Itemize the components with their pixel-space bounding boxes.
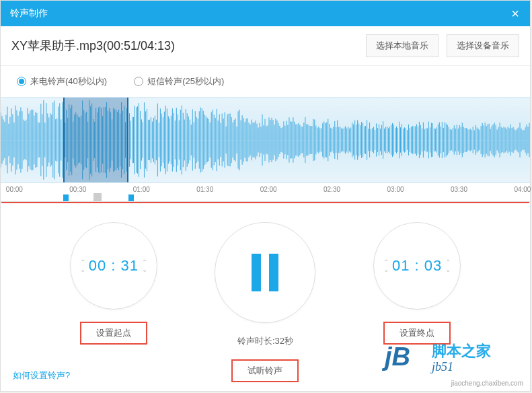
ringtone-maker-dialog: 铃声制作 × XY苹果助手.mp3(00:51/04:13) 选择本地音乐 选择… — [0, 0, 531, 392]
playhead-handle[interactable] — [93, 193, 102, 201]
timeline-tick: 00:00 — [6, 186, 23, 193]
end-time-circle[interactable]: ⌃⌄ 01 : 03 ⌃⌄ — [373, 222, 461, 310]
start-time-value: 00 : 31 — [89, 257, 139, 275]
chevron-updown-icon: ⌃⌄ — [80, 258, 85, 273]
file-info-row: XY苹果助手.mp3(00:51/04:13) 选择本地音乐 选择设备音乐 — [1, 26, 530, 66]
timeline-tick: 03:30 — [451, 186, 467, 193]
end-time-value: 01 : 03 — [392, 257, 442, 275]
radio-unselected-icon — [134, 77, 143, 86]
help-link[interactable]: 如何设置铃声? — [13, 369, 70, 382]
chevron-updown-icon: ⌃⌄ — [142, 258, 147, 273]
waveform-area[interactable] — [1, 97, 530, 183]
radio-selected-icon — [17, 77, 26, 86]
file-name-label: XY苹果助手.mp3(00:51/04:13) — [11, 38, 175, 54]
waveform-selection[interactable] — [63, 98, 129, 182]
set-end-button[interactable]: 设置终点 — [383, 322, 451, 345]
timeline-tick: 00:30 — [69, 186, 86, 193]
set-start-button[interactable]: 设置起点 — [80, 322, 147, 345]
chevron-updown-icon: ⌃⌄ — [383, 258, 389, 273]
preview-ringtone-button[interactable]: 试听铃声 — [231, 359, 299, 382]
chevron-updown-icon: ⌃⌄ — [445, 258, 451, 273]
close-icon[interactable]: × — [508, 6, 522, 22]
timeline-tick: 04:00 — [514, 186, 531, 193]
call-ringtone-radio[interactable]: 来电铃声(40秒以内) — [17, 75, 107, 87]
timeline-tick: 02:00 — [260, 186, 277, 193]
start-time-column: ⌃⌄ 00 : 31 ⌃⌄ 设置起点 — [70, 222, 157, 345]
end-time-column: ⌃⌄ 01 : 03 ⌃⌄ 设置终点 — [373, 222, 461, 345]
title-bar: 铃声制作 × — [1, 1, 530, 26]
timeline-tick: 01:00 — [133, 186, 150, 193]
select-local-music-button[interactable]: 选择本地音乐 — [366, 34, 439, 57]
end-marker[interactable] — [128, 194, 134, 201]
duration-label: 铃声时长:32秒 — [237, 335, 293, 347]
sms-ringtone-label: 短信铃声(25秒以内) — [147, 75, 224, 87]
select-device-music-button[interactable]: 选择设备音乐 — [447, 34, 519, 57]
timeline-tick: 03:00 — [387, 186, 404, 193]
pause-icon — [252, 254, 278, 291]
timeline-ruler[interactable]: 00:0000:3001:0001:3002:0002:3003:0003:30… — [1, 183, 530, 202]
call-ringtone-label: 来电铃声(40秒以内) — [30, 75, 107, 87]
dialog-title: 铃声制作 — [10, 7, 48, 20]
start-marker[interactable] — [63, 194, 69, 201]
timeline-tick: 01:30 — [196, 186, 213, 193]
controls-row: ⌃⌄ 00 : 31 ⌃⌄ 设置起点 铃声时长:32秒 试听铃声 ⌃⌄ 01 :… — [1, 203, 530, 389]
start-time-circle[interactable]: ⌃⌄ 00 : 31 ⌃⌄ — [70, 222, 157, 310]
play-pause-button[interactable] — [215, 222, 315, 323]
play-column: 铃声时长:32秒 试听铃声 — [215, 222, 315, 382]
music-source-buttons: 选择本地音乐 选择设备音乐 — [360, 34, 519, 57]
sms-ringtone-radio[interactable]: 短信铃声(25秒以内) — [134, 75, 224, 87]
timeline-tick: 02:30 — [324, 186, 340, 193]
ringtone-type-row: 来电铃声(40秒以内) 短信铃声(25秒以内) — [1, 66, 530, 97]
